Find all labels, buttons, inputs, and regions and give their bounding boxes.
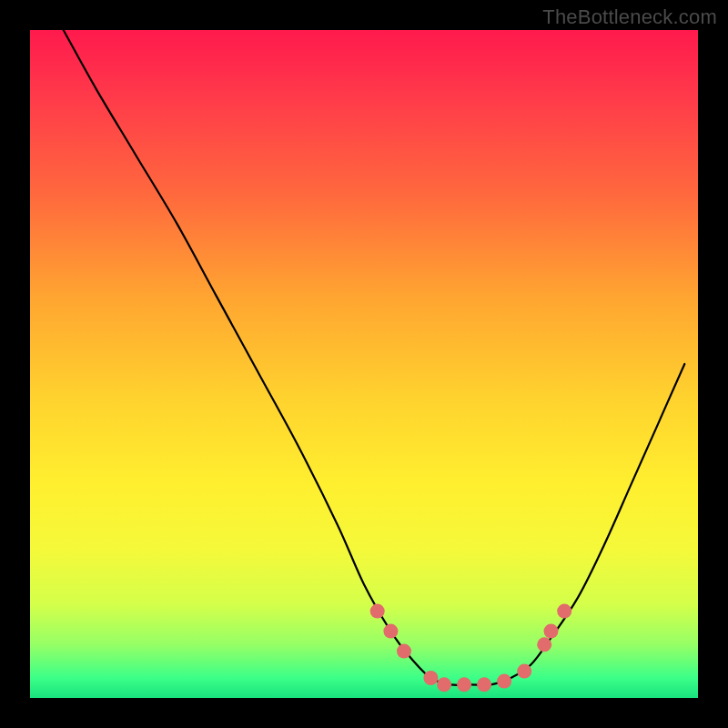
data-marker — [370, 604, 385, 619]
data-marker — [423, 671, 438, 685]
marker-group — [370, 604, 572, 693]
data-marker — [397, 644, 411, 659]
plot-area — [30, 30, 698, 698]
data-marker — [383, 624, 398, 639]
data-marker — [517, 664, 531, 679]
data-marker — [537, 637, 551, 652]
data-marker — [544, 624, 559, 639]
data-marker — [557, 604, 571, 619]
data-marker — [437, 677, 451, 692]
watermark-text: TheBottleneck.com — [542, 5, 717, 29]
data-marker — [497, 674, 511, 689]
data-marker — [477, 677, 491, 692]
chart-svg — [30, 30, 698, 698]
chart-frame: TheBottleneck.com — [0, 0, 728, 728]
bottleneck-curve — [64, 30, 685, 685]
data-marker — [457, 677, 471, 692]
